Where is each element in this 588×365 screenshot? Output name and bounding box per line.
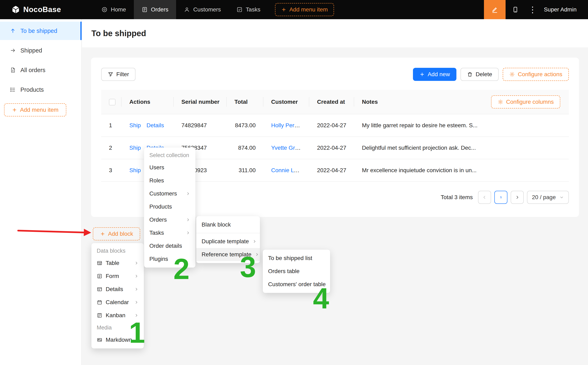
ui-editor-button[interactable]: [484, 0, 506, 19]
menu-item-to-be-shipped-list[interactable]: To be shipped list: [263, 252, 330, 265]
menu-item-label: Markdown: [106, 337, 132, 343]
plus-icon: [12, 107, 17, 112]
kanban-block-icon: [97, 313, 102, 318]
gear-icon: [509, 71, 515, 77]
menu-item-calendar[interactable]: Calendar: [91, 296, 144, 309]
list-icon: [10, 87, 16, 93]
add-block-button[interactable]: Add block: [93, 227, 140, 240]
nav-item-home[interactable]: Home: [94, 0, 134, 19]
menu-item-orders-table[interactable]: Orders table: [263, 265, 330, 278]
customer-link[interactable]: Yvette Gross: [271, 145, 304, 151]
cell-customer: Holly Perkins: [264, 114, 309, 137]
menu-item-blank-block[interactable]: Blank block: [196, 218, 260, 231]
chevron-right-icon: [186, 191, 190, 196]
nav-item-customers[interactable]: Customers: [176, 0, 229, 19]
menu-group-select-collection: Select collection: [144, 149, 196, 161]
configure-columns-button[interactable]: Configure columns: [491, 95, 560, 108]
menu-item-label: Kanban: [106, 312, 125, 319]
nav-item-label: Customers: [193, 6, 221, 13]
cell-notes: Delightful met sufficient projection ask…: [354, 137, 569, 159]
next-page-button[interactable]: [511, 191, 524, 204]
menu-item-label: Orders table: [268, 268, 299, 274]
chevron-right-icon: [134, 261, 139, 265]
cell-index: 1: [101, 114, 122, 137]
menu-item-order-details[interactable]: Order details: [144, 239, 196, 253]
select-all-checkbox[interactable]: [109, 99, 115, 105]
ship-link[interactable]: Ship: [129, 167, 141, 174]
menu-item-tasks[interactable]: Tasks: [144, 226, 196, 239]
customer-link[interactable]: Connie Lyons: [271, 167, 306, 173]
cell-created: 2022-04-27: [309, 159, 354, 182]
nav-item-orders[interactable]: Orders: [134, 0, 176, 19]
calendar-block-icon: [97, 299, 102, 305]
menu-item-products[interactable]: Products: [144, 200, 196, 213]
column-header-serial: Serial number: [174, 90, 227, 114]
sidebar-item-shipped[interactable]: Shipped: [0, 41, 81, 60]
add-new-button-label: Add new: [428, 71, 450, 78]
more-menu-button[interactable]: ⋮: [525, 0, 540, 19]
sidebar-item-products[interactable]: Products: [0, 80, 81, 99]
sidebar-add-menu-item-button[interactable]: Add menu item: [4, 103, 66, 116]
nav-item-label: Home: [111, 6, 126, 13]
menu-item-label: Blank block: [202, 221, 231, 228]
customer-link[interactable]: Holly Perkins: [271, 122, 304, 128]
page-number-button[interactable]: 1: [494, 191, 507, 204]
top-navbar: NocoBase Home Orders Customers Tasks: [0, 0, 588, 19]
home-icon: [101, 7, 108, 13]
prev-page-button[interactable]: [478, 191, 491, 204]
select-all-column-header: [101, 90, 122, 114]
sidebar-item-all-orders[interactable]: All orders: [0, 61, 81, 79]
step-annotation-1: 1: [129, 318, 145, 347]
table-toolbar: Filter Add new Delete: [101, 68, 569, 81]
pagination-total: Total 3 items: [441, 194, 473, 201]
chevron-right-icon: [186, 218, 190, 222]
menu-item-customers[interactable]: Customers: [144, 187, 196, 200]
cell-serial: 74829847: [174, 114, 227, 137]
ship-link[interactable]: Ship: [129, 145, 141, 151]
sidebar-item-label: Products: [20, 86, 44, 93]
form-block-icon: [97, 273, 102, 279]
cell-customer: Yvette Gross: [264, 137, 309, 159]
filter-button[interactable]: Filter: [101, 68, 135, 81]
customers-icon: [184, 7, 190, 13]
add-new-button[interactable]: Add new: [413, 68, 456, 81]
configure-actions-button[interactable]: Configure actions: [503, 68, 569, 81]
menu-item-label: Plugins: [149, 256, 168, 262]
configure-columns-button-label: Configure columns: [506, 99, 554, 105]
cell-actions: ShipDetails: [122, 114, 174, 137]
menu-item-roles[interactable]: Roles: [144, 174, 196, 187]
page-size-value: 20 / page: [532, 194, 556, 201]
page-size-select[interactable]: 20 / page: [527, 191, 569, 204]
plus-icon: [281, 7, 286, 12]
arrow-right-icon: [10, 47, 16, 54]
plus-icon: [100, 231, 105, 237]
ship-link[interactable]: Ship: [129, 122, 141, 129]
sidebar-item-label: All orders: [20, 67, 46, 74]
menu-item-table[interactable]: Table: [91, 257, 144, 270]
chevron-right-icon: [186, 231, 190, 235]
nav-item-tasks[interactable]: Tasks: [229, 0, 268, 19]
sidebar-item-label: Shipped: [20, 47, 42, 54]
menu-item-label: Products: [149, 204, 172, 210]
menu-item-label: Form: [106, 273, 119, 279]
mobile-client-button[interactable]: [506, 0, 525, 19]
cell-total: 311.00: [227, 159, 264, 182]
step-annotation-4: 4: [313, 284, 329, 313]
menu-item-users[interactable]: Users: [144, 161, 196, 174]
nav-add-menu-item-button[interactable]: Add menu item: [275, 3, 334, 16]
nav-add-menu-item-label: Add menu item: [289, 6, 328, 13]
cell-notes: My little garret repair to desire he est…: [354, 114, 569, 137]
user-menu[interactable]: Super Admin: [540, 6, 588, 13]
cell-total: 874.00: [227, 137, 264, 159]
sidebar-item-to-be-shipped[interactable]: To be shipped: [0, 22, 81, 40]
menu-item-details[interactable]: Details: [91, 283, 144, 296]
menu-item-duplicate-template[interactable]: Duplicate template: [196, 235, 260, 248]
plus-icon: [419, 72, 425, 77]
table-row: 1 ShipDetails 74829847 8473.00 Holly Per…: [101, 114, 569, 137]
details-link[interactable]: Details: [147, 122, 164, 129]
chevron-down-icon: [560, 195, 564, 200]
menu-item-form[interactable]: Form: [91, 270, 144, 283]
delete-button[interactable]: Delete: [460, 68, 499, 81]
menu-item-orders[interactable]: Orders: [144, 213, 196, 226]
nocobase-logo[interactable]: NocoBase: [0, 5, 69, 14]
